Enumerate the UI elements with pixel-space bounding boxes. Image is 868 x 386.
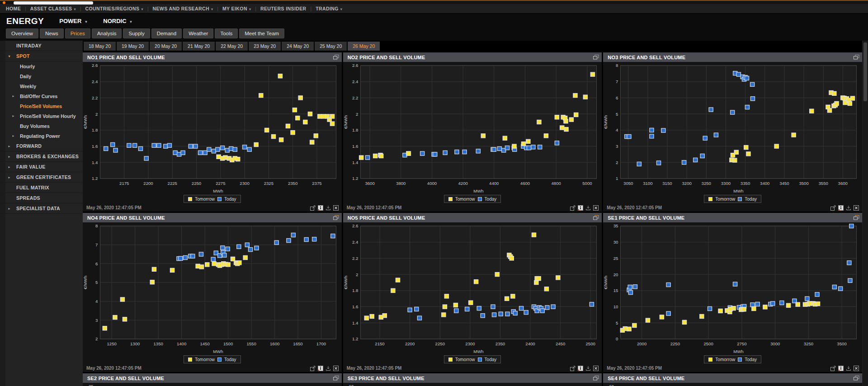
popout-panel-icon[interactable] — [593, 376, 599, 381]
open-external-icon[interactable] — [310, 366, 316, 371]
chart-title: NO3 PRICE AND SELL VOLUME — [608, 55, 854, 60]
tab-overview[interactable]: Overview — [6, 28, 38, 38]
svg-text:5: 5 — [95, 280, 98, 285]
scrollbar-thumb[interactable] — [863, 42, 867, 101]
date-tab-19-may-20[interactable]: 19 May 20 — [117, 42, 149, 51]
open-external-icon[interactable] — [310, 205, 316, 211]
svg-text:3500: 3500 — [837, 341, 847, 346]
svg-text:3150: 3150 — [663, 181, 672, 186]
tab-tools[interactable]: Tools — [215, 28, 238, 38]
chart-legend[interactable]: Tomorrow Today — [704, 355, 761, 363]
sidebar-item-spreads[interactable]: SPREADS — [0, 193, 83, 203]
menu-item-trading[interactable]: TRADING▾ — [316, 6, 342, 11]
popout-panel-icon[interactable] — [333, 376, 339, 381]
download-icon[interactable] — [326, 366, 331, 371]
date-tab-23-may-20[interactable]: 23 May 20 — [249, 42, 281, 51]
info-icon[interactable] — [318, 366, 323, 371]
date-tab-20-may-20[interactable]: 20 May 20 — [150, 42, 182, 51]
excel-export-icon[interactable] — [333, 205, 339, 211]
menu-item-countries-regions[interactable]: COUNTRIES/REGIONS▾ — [85, 6, 143, 11]
tab-demand[interactable]: Demand — [151, 28, 182, 38]
sidebar-item-intraday[interactable]: INTRADAY — [0, 41, 83, 51]
open-external-icon[interactable] — [570, 205, 576, 211]
download-icon[interactable] — [846, 366, 851, 371]
sidebar-item-fuel-matrix[interactable]: FUEL MATRIX — [0, 183, 83, 193]
popout-panel-icon[interactable] — [854, 215, 859, 220]
menu-item-news-and-research[interactable]: NEWS AND RESEARCH▾ — [152, 6, 213, 11]
sidebar-item-brokers-exchanges[interactable]: ►BROKERS & EXCHANGES — [0, 151, 83, 162]
open-external-icon[interactable] — [830, 366, 836, 371]
menu-item-home[interactable]: HOME — [6, 6, 21, 11]
sidebar-item-forward[interactable]: ►FORWARD — [0, 141, 83, 151]
tab-weather[interactable]: Weather — [183, 28, 213, 38]
excel-export-icon[interactable] — [593, 205, 599, 211]
sidebar-item-fair-value[interactable]: ►FAIR VALUE — [0, 162, 83, 172]
download-icon[interactable] — [585, 205, 591, 211]
popout-panel-icon[interactable] — [593, 215, 599, 220]
tab-news[interactable]: News — [40, 28, 64, 38]
sidebar-item-daily[interactable]: Daily — [0, 71, 83, 81]
svg-text:1500: 1500 — [223, 341, 233, 346]
svg-text:1650: 1650 — [293, 341, 302, 346]
sidebar-item-price-sell-volume-hourly[interactable]: ►Price/Sell Volume Hourly — [0, 111, 83, 121]
info-icon[interactable] — [838, 205, 844, 211]
region-dropdown[interactable]: NORDIC▼ — [103, 18, 132, 24]
chart-legend[interactable]: Tomorrow Today — [184, 355, 241, 363]
sidebar-item-label: Regulating Power — [20, 133, 60, 139]
address-stub[interactable] — [14, 1, 93, 5]
sidebar-item-spot[interactable]: ▼SPOT — [0, 51, 83, 61]
sidebar-item-buy-volumes[interactable]: Buy Volumes — [0, 121, 83, 131]
excel-export-icon[interactable] — [854, 205, 859, 211]
date-tab-21-may-20[interactable]: 21 May 20 — [183, 42, 215, 51]
date-tab-26-may-20[interactable]: 26 May 20 — [348, 42, 380, 51]
sidebar-item-weekly[interactable]: Weekly — [0, 81, 83, 91]
popout-panel-icon[interactable] — [333, 215, 339, 220]
tab-supply[interactable]: Supply — [123, 28, 150, 38]
excel-export-icon[interactable] — [854, 366, 859, 371]
svg-text:35: 35 — [613, 224, 618, 229]
sidebar-item-specialist-data[interactable]: ►SPECIALIST DATA — [0, 203, 83, 214]
info-icon[interactable] — [578, 366, 583, 371]
chevron-right-icon: ► — [8, 172, 11, 183]
chart-panel-partial: SE2 PRICE AND SELL VOLUME 35 — [83, 373, 342, 386]
menu-item-my-eikon[interactable]: MY EIKON▾ — [222, 6, 251, 11]
tab-meet-the-team[interactable]: Meet the Team — [239, 28, 284, 38]
tab-prices[interactable]: Prices — [65, 28, 90, 38]
menu-item-reuters-insider[interactable]: REUTERS INSIDER — [260, 6, 307, 11]
popout-panel-icon[interactable] — [593, 55, 599, 60]
date-tab-25-may-20[interactable]: 25 May 20 — [315, 42, 347, 51]
chart-legend[interactable]: Tomorrow Today — [444, 195, 501, 203]
sidebar-item-regulating-power[interactable]: ►Regulating Power — [0, 131, 83, 141]
download-icon[interactable] — [846, 205, 851, 211]
info-icon[interactable] — [838, 366, 844, 371]
menu-item-asset-classes[interactable]: ASSET CLASSES▾ — [30, 6, 76, 11]
popout-panel-icon[interactable] — [854, 55, 859, 60]
date-tab-18-may-20[interactable]: 18 May 20 — [84, 42, 116, 51]
sidebar-item-price-sell-volumes[interactable]: Price/Sell Volumes — [0, 101, 83, 111]
sidebar-item-hourly[interactable]: Hourly — [0, 61, 83, 71]
chart-legend[interactable]: Tomorrow Today — [444, 355, 501, 363]
popout-panel-icon[interactable] — [333, 55, 339, 60]
open-external-icon[interactable] — [570, 366, 576, 371]
excel-export-icon[interactable] — [333, 366, 339, 371]
market-dropdown[interactable]: POWER▼ — [59, 18, 88, 24]
sidebar-item-green-certificates[interactable]: ►GREEN CERTIFICATES — [0, 172, 83, 183]
info-icon[interactable] — [578, 205, 583, 211]
date-tab-22-may-20[interactable]: 22 May 20 — [216, 42, 248, 51]
vertical-scrollbar[interactable] — [862, 41, 868, 386]
excel-export-icon[interactable] — [593, 366, 599, 371]
popout-panel-icon[interactable] — [854, 376, 859, 381]
sidebar-item-bid-offer-curves[interactable]: ►Bid/Offer Curves — [0, 91, 83, 101]
chart-legend[interactable]: Tomorrow Today — [704, 195, 761, 203]
download-icon[interactable] — [326, 205, 331, 211]
info-icon[interactable] — [318, 205, 323, 211]
date-tab-24-may-20[interactable]: 24 May 20 — [282, 42, 314, 51]
download-icon[interactable] — [585, 366, 591, 371]
svg-text:4: 4 — [616, 127, 618, 132]
open-external-icon[interactable] — [830, 205, 836, 211]
sidebar-item-label: INTRADAY — [16, 43, 42, 48]
chevron-right-icon: ► — [8, 151, 11, 162]
legend-row: Tomorrow Today — [83, 195, 342, 204]
chart-legend[interactable]: Tomorrow Today — [184, 195, 241, 203]
tab-analysis[interactable]: Analysis — [92, 28, 122, 38]
